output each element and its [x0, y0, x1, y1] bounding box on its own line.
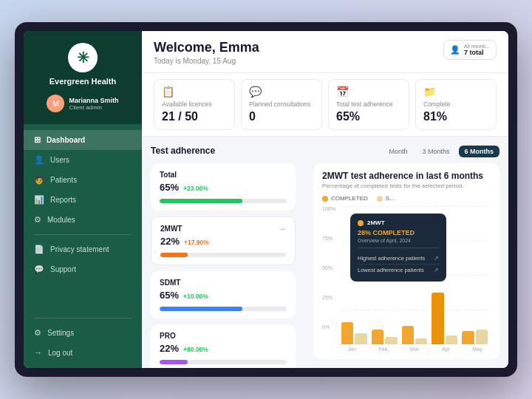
- sidebar-item-settings[interactable]: ⚙ Settings: [24, 323, 142, 343]
- adherence-name: 2MWT: [160, 225, 182, 233]
- sidebar-item-users[interactable]: 👤 Users: [24, 150, 142, 170]
- adherence-percent: 65%: [160, 182, 179, 193]
- y-label: 75%: [322, 236, 335, 241]
- user-info: M Marianna Smith Client admin: [47, 95, 118, 112]
- adherence-change: +80.00%: [183, 346, 208, 353]
- tooltip-dot: [358, 220, 364, 226]
- bar-group-mar: [402, 326, 428, 344]
- stat-label: Complete: [423, 100, 488, 108]
- tooltip-row-lowest[interactable]: Lowest adherence patients ↗: [358, 265, 439, 276]
- bar-completed: [341, 322, 353, 344]
- x-label-apr: Apr: [432, 347, 459, 352]
- left-panel: Test adherence Total 65% +23.00%: [142, 137, 304, 368]
- stat-card-completed: 📁 Complete 81%: [415, 79, 497, 130]
- stat-value: 0: [249, 110, 314, 123]
- sidebar-item-label: Modules: [47, 216, 75, 224]
- welcome-title: Welcome, Emma: [154, 40, 259, 55]
- adherence-card-header: Total: [160, 171, 287, 179]
- sidebar-item-patients[interactable]: 🧑 Patients: [24, 170, 142, 190]
- stat-card-consultations: 💬 Planned consultations 0: [241, 79, 322, 130]
- screen: ✳ Evergreen Health M Marianna Smith Clie…: [24, 31, 508, 368]
- header-right: 👤 All memb... 7 total: [443, 40, 497, 60]
- user-text: Marianna Smith Client admin: [69, 97, 118, 111]
- legend-dot-skipped: [377, 196, 383, 202]
- adherence-card-header: 2MWT →: [160, 225, 286, 233]
- adherence-percent: 22%: [160, 343, 179, 354]
- user-name: Marianna Smith: [69, 97, 118, 104]
- adherence-card-total[interactable]: Total 65% +23.00%: [151, 163, 296, 211]
- users-icon: 👤: [34, 155, 44, 165]
- dashboard-icon: ⊞: [34, 135, 41, 145]
- chart-header: Month 3 Months 6 Months: [313, 146, 499, 157]
- sidebar-item-modules[interactable]: ⚙ Modules: [24, 210, 142, 230]
- logo-icon: ✳: [68, 43, 98, 72]
- progress-bar-fill: [160, 307, 242, 311]
- time-filters: Month 3 Months 6 Months: [383, 146, 499, 157]
- sidebar-item-privacy[interactable]: 📄 Privacy statement: [24, 239, 142, 259]
- sidebar-item-dashboard[interactable]: ⊞ Dashboard: [24, 130, 142, 150]
- sidebar-logo: ✳ Evergreen Health M Marianna Smith Clie…: [24, 31, 142, 124]
- members-count: 7 total: [464, 49, 490, 56]
- nav-divider: [34, 234, 132, 235]
- stats-row: 📋 Available licences 21 / 50 💬 Planned c…: [142, 73, 508, 137]
- right-panel: Month 3 Months 6 Months 2MWT test adhere…: [304, 137, 508, 368]
- sidebar-item-support[interactable]: 💬 Support: [24, 259, 142, 279]
- support-icon: 💬: [34, 265, 44, 274]
- stat-card-licences: 📋 Available licences 21 / 50: [154, 79, 235, 130]
- members-label: All memb...: [464, 44, 490, 49]
- consultations-icon: 💬: [249, 86, 314, 98]
- sidebar: ✳ Evergreen Health M Marianna Smith Clie…: [24, 31, 142, 368]
- tooltip-row-highest[interactable]: Highest adherence patients ↗: [358, 253, 439, 265]
- settings-icon: ⚙: [34, 328, 41, 338]
- filter-month[interactable]: Month: [383, 146, 413, 157]
- chart-title: 2MWT test adherence in last 6 months: [322, 171, 491, 181]
- adherence-card-2mwt[interactable]: 2MWT → 22% +17.90%: [151, 216, 296, 265]
- adherence-change: +10.00%: [183, 293, 208, 300]
- modules-icon: ⚙: [34, 215, 41, 225]
- stat-label: Total test adherence: [336, 100, 401, 108]
- logo-symbol: ✳: [77, 49, 89, 66]
- bar-skipped: [446, 335, 457, 344]
- adherence-card-pro[interactable]: PRO 22% +80.00%: [151, 324, 296, 368]
- test-adherence-icon: 📅: [336, 86, 401, 98]
- chart-subtitle: Percentage of completed tests for the se…: [322, 183, 491, 189]
- y-label: 50%: [322, 265, 335, 270]
- sidebar-item-reports[interactable]: 📊 Reports: [24, 190, 142, 210]
- main-content: Welcome, Emma Today is Monday, 15 Aug 👤 …: [142, 31, 508, 368]
- bar-skipped: [355, 333, 366, 344]
- adherence-name: PRO: [160, 332, 176, 340]
- bar-chart-wrapper: 100% 75% 50% 25% 0%: [322, 206, 491, 352]
- adherence-card-sdmt[interactable]: SDMT 65% +10.00%: [151, 271, 296, 318]
- sidebar-item-label: Settings: [47, 329, 74, 337]
- bar-chart: 100% 75% 50% 25% 0%: [322, 206, 491, 344]
- filter-3months[interactable]: 3 Months: [416, 146, 455, 157]
- chart-container: 2MWT test adherence in last 6 months Per…: [313, 163, 499, 359]
- sidebar-item-label: Dashboard: [47, 136, 85, 144]
- logout-icon: →: [34, 348, 42, 357]
- progress-bar-fill: [160, 253, 188, 257]
- sidebar-item-label: Log out: [48, 349, 72, 357]
- sidebar-item-label: Reports: [50, 196, 76, 204]
- tooltip-date: Overview of April, 2024: [358, 238, 439, 248]
- avatar: M: [47, 95, 64, 112]
- stat-value: 65%: [336, 110, 401, 123]
- y-label: 0%: [322, 324, 335, 330]
- tooltip-row-label: Lowest adherence patients: [358, 267, 424, 273]
- filter-6months[interactable]: 6 Months: [459, 146, 500, 157]
- stat-label: Planned consultations: [249, 100, 314, 108]
- progress-bar-bg: [160, 307, 287, 311]
- stat-value: 21 / 50: [162, 110, 227, 123]
- progress-bar-bg: [160, 199, 287, 203]
- x-label-feb: Feb: [369, 347, 396, 352]
- sidebar-item-logout[interactable]: → Log out: [24, 343, 142, 362]
- bar-skipped: [385, 337, 397, 344]
- licences-icon: 📋: [162, 86, 227, 98]
- sidebar-item-label: Privacy statement: [50, 245, 109, 253]
- members-icon: 👤: [450, 45, 460, 55]
- legend-label: S...: [386, 195, 395, 202]
- laptop-frame: ✳ Evergreen Health M Marianna Smith Clie…: [15, 22, 517, 377]
- tooltip-percent: 28% COMPLETED: [358, 229, 439, 236]
- bar-skipped: [476, 330, 488, 344]
- y-labels: 100% 75% 50% 25% 0%: [322, 206, 335, 330]
- gridline: [341, 310, 488, 310]
